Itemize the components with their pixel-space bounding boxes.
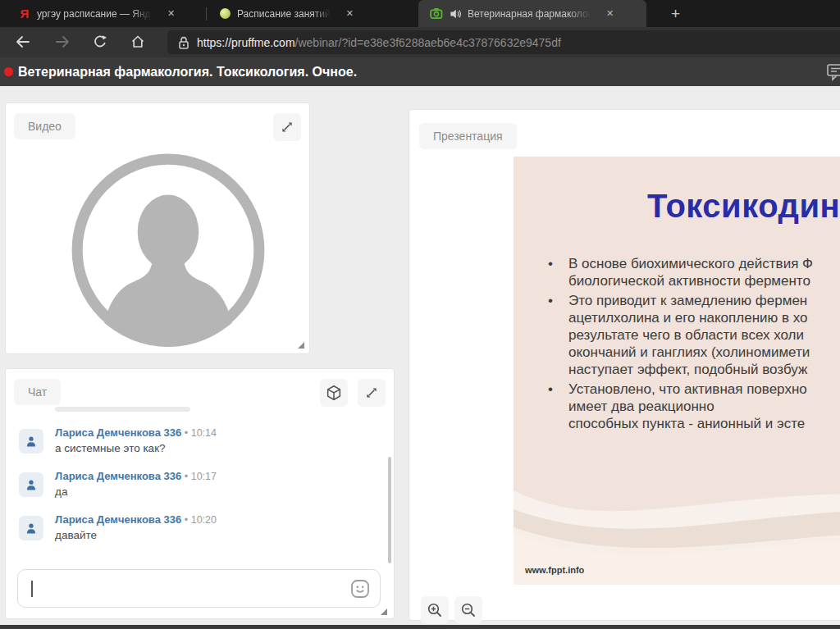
url-host: https://pruffme.com: [197, 36, 295, 49]
close-tab-icon[interactable]: ✕: [164, 7, 178, 21]
user-avatar-placeholder: [65, 147, 272, 353]
user-icon: [19, 516, 43, 540]
message-time: 10:20: [185, 514, 217, 526]
user-icon: [19, 472, 43, 497]
tab-yandex-search[interactable]: Я ургэу расписание — Яндекс: на ✕: [7, 0, 206, 27]
tab-title: Ветеринарная фармаколог: [468, 8, 591, 20]
video-panel: Видео: [5, 103, 310, 354]
video-expand-button[interactable]: [273, 113, 301, 141]
zoom-in-icon: [426, 601, 444, 619]
message-text: да: [55, 485, 374, 498]
zoom-out-button[interactable]: [454, 596, 482, 624]
video-panel-label: Видео: [14, 113, 75, 139]
bottom-window-edge: [0, 625, 840, 629]
slide-bullet: Установлено, что активная поверхно имеет…: [568, 381, 813, 432]
chat-message-input[interactable]: [17, 569, 381, 608]
chat-expand-button[interactable]: [358, 379, 386, 407]
message-author[interactable]: Лариса Демченкова 336: [55, 470, 181, 482]
home-icon[interactable]: [130, 34, 146, 50]
new-tab-button[interactable]: +: [664, 5, 687, 23]
chat-panel-icon[interactable]: [826, 62, 840, 82]
browser-toolbar: https://pruffme.com/webinar/?id=e38e3f62…: [0, 27, 840, 57]
url-path: /webinar/?id=e38e3f6288aeb6e4c37876632e9…: [295, 36, 561, 49]
url-text: https://pruffme.com/webinar/?id=e38e3f62…: [197, 36, 561, 49]
webinar-title: Ветеринарная фармакология. Токсикология.…: [18, 57, 357, 86]
message-time: 10:17: [185, 471, 217, 482]
chat-input-resize-handle[interactable]: [381, 608, 387, 615]
message-author[interactable]: Лариса Демченкова 336: [55, 513, 181, 526]
back-icon[interactable]: [15, 34, 31, 50]
presentation-slide: Токсикодин В основе биохимического дейст…: [514, 157, 840, 585]
zoom-in-button[interactable]: [421, 596, 449, 624]
forward-icon[interactable]: [54, 34, 71, 50]
tab-title: ургэу расписание — Яндекс: на: [37, 8, 152, 20]
chat-message: Лариса Демченкова 336 10:14 а системные …: [19, 426, 374, 466]
cube-icon: [325, 384, 343, 402]
scrolled-message-remnant: [55, 407, 190, 412]
chat-message: Лариса Демченкова 336 10:20 давайте: [19, 513, 374, 553]
slide-bullet: Это приводит к замедлению фермен ацетилх…: [568, 292, 813, 378]
tab-schedule[interactable]: Расписание занятий ✕: [207, 0, 418, 27]
lock-icon[interactable]: [176, 34, 192, 51]
chat-panel: Чат Лариса Демченкова 336 10:14 а систем…: [5, 368, 395, 619]
message-author[interactable]: Лариса Демченкова 336: [55, 426, 181, 439]
close-tab-icon[interactable]: ✕: [343, 7, 357, 21]
reload-icon[interactable]: [92, 34, 108, 50]
address-bar[interactable]: https://pruffme.com/webinar/?id=e38e3f62…: [167, 30, 840, 54]
chat-3d-button[interactable]: [320, 379, 348, 407]
message-time: 10:14: [185, 427, 217, 439]
slide-swoosh-decoration: [514, 445, 840, 585]
chat-scrollbar[interactable]: [388, 457, 391, 563]
expand-arrows-icon: [279, 119, 295, 135]
chat-panel-label: Чат: [14, 379, 61, 405]
message-text: давайте: [55, 529, 374, 541]
presentation-panel-label: Презентация: [419, 123, 517, 149]
record-dot-icon: [4, 67, 13, 76]
message-text: а системные это как?: [55, 442, 374, 454]
presentation-panel: Презентация Токсикодин В основе биохимич…: [409, 109, 840, 621]
close-tab-icon[interactable]: ✕: [603, 7, 617, 21]
emoji-picker-icon[interactable]: [350, 579, 370, 599]
expand-arrows-icon: [363, 385, 380, 401]
slide-title: Токсикодин: [647, 188, 840, 225]
zoom-out-icon: [459, 601, 477, 619]
browser-tab-bar: Я ургэу расписание — Яндекс: на ✕ Распис…: [0, 0, 840, 27]
yandex-icon: Я: [18, 7, 31, 21]
tab-title: Расписание занятий: [237, 8, 331, 20]
slide-bullet-list: В основе биохимического действия Ф биоло…: [568, 255, 813, 435]
slide-bullet: В основе биохимического действия Ф биоло…: [568, 255, 813, 289]
user-icon: [19, 429, 43, 454]
chat-message: Лариса Демченкова 336 10:17 да: [19, 470, 374, 509]
camera-favicon-icon: [430, 7, 443, 21]
webinar-header: Ветеринарная фармакология. Токсикология.…: [0, 57, 840, 86]
slide-footer-watermark: www.fppt.info: [525, 565, 584, 575]
video-resize-handle[interactable]: [298, 342, 304, 349]
site-favicon-icon: [218, 7, 231, 21]
tab-webinar-active[interactable]: Ветеринарная фармаколог ✕: [418, 0, 646, 27]
tab-audio-playing-icon[interactable]: [449, 7, 462, 21]
text-caret: [31, 581, 33, 597]
